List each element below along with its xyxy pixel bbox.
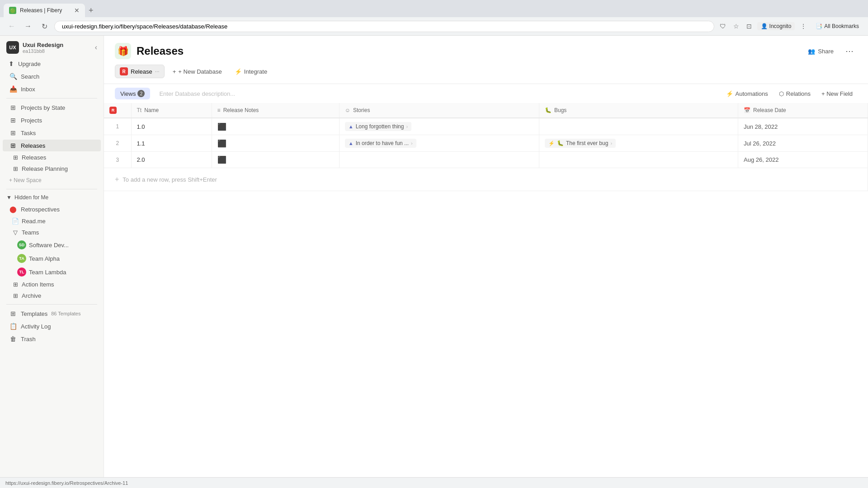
sidebar-item-team-lambda[interactable]: TL Team Lambda — [3, 266, 101, 278]
new-database-button[interactable]: + + New Database — [168, 66, 226, 77]
browser-controls: ← → ↻ 🛡 ☆ ⊡ 👤 Incognito ⋮ 📑 All Bookmark… — [0, 17, 868, 35]
profile-button[interactable]: 👤 Incognito — [757, 22, 795, 30]
software-dev-avatar: SD — [17, 240, 26, 249]
team-alpha-avatar: TA — [17, 254, 26, 263]
sidebar-item-action-items[interactable]: ⊞ Action Items — [3, 279, 101, 290]
cell-release-notes[interactable]: ⬛ — [212, 135, 339, 152]
workspace-text: Uxui Redesign ea131bb8 — [23, 42, 63, 54]
app: UX Uxui Redesign ea131bb8 ‹ ⬆ Upgrade 🔍 … — [0, 36, 868, 477]
active-tab[interactable]: 🟢 Releases | Fibery ✕ — [4, 4, 85, 17]
shield-icon[interactable]: 🛡 — [718, 21, 728, 32]
new-space-button[interactable]: + New Space — [3, 175, 101, 186]
close-tab-button[interactable]: ✕ — [74, 7, 80, 14]
bug-arrow-icon: › — [610, 141, 612, 146]
back-button[interactable]: ← — [5, 20, 18, 33]
release-tab[interactable]: R Release ··· — [115, 65, 165, 78]
action-items-icon: ⊞ — [12, 281, 19, 288]
templates-label: Templates — [21, 310, 47, 317]
col-header-release-notes[interactable]: ≡ Release Notes — [212, 103, 339, 118]
views-button[interactable]: Views 2 — [115, 88, 150, 99]
more-options-button[interactable]: ⋯ — [842, 44, 857, 58]
cell-release-notes[interactable]: ⬛ — [212, 152, 339, 168]
sidebar-item-teams[interactable]: ▽ Teams — [3, 227, 101, 238]
relations-button[interactable]: ⬡ Relations — [774, 88, 815, 99]
sidebar-item-releases-sub[interactable]: ⊞ Releases — [3, 152, 101, 163]
release-notes-icon: ⬛ — [217, 140, 226, 147]
relations-icon: ⬡ — [779, 90, 784, 97]
release-notes-icon: ⬛ — [217, 123, 226, 131]
url-input[interactable] — [62, 23, 707, 30]
db-actions: ⚡ Automations ⬡ Relations + New Field — [722, 88, 857, 99]
activity-log-nav-item[interactable]: 📋 Activity Log — [3, 320, 101, 332]
bug-pill[interactable]: ⚡ 🐛 The first ever bug › — [545, 139, 616, 148]
projects-state-label: Projects by State — [21, 104, 65, 111]
release-planning-label: Release Planning — [22, 165, 68, 172]
automations-button[interactable]: ⚡ Automations — [722, 88, 773, 99]
projects-label: Projects — [21, 117, 42, 124]
cell-row-num: 3 — [104, 152, 131, 168]
sidebar: UX Uxui Redesign ea131bb8 ‹ ⬆ Upgrade 🔍 … — [0, 36, 104, 477]
name-col-icon: Tt — [137, 107, 142, 113]
inbox-label: Inbox — [21, 86, 35, 93]
upgrade-button[interactable]: ⬆ Upgrade — [3, 58, 101, 70]
trash-nav-item[interactable]: 🗑 Trash — [3, 333, 101, 345]
grid-icon-5: ⊞ — [12, 154, 19, 161]
table-row: 32.0⬛Aug 26, 2022 — [104, 152, 868, 168]
stories-col-icon: ☺ — [345, 107, 350, 113]
search-nav-item[interactable]: 🔍 Search — [3, 70, 101, 82]
reload-button[interactable]: ↻ — [38, 20, 51, 33]
story-pill[interactable]: ▲ In order to have fun ... › — [345, 139, 416, 148]
table-container: R Tt Name ≡ Release Note — [104, 103, 868, 477]
cell-name[interactable]: 2.0 — [131, 152, 212, 168]
retrospectives-icon: ⬤ — [9, 206, 17, 213]
new-field-button[interactable]: + New Field — [817, 88, 857, 99]
sidebar-item-projects-state[interactable]: ⊞ Projects by State — [3, 102, 101, 113]
hidden-section-toggle[interactable]: ▼ Hidden for Me — [0, 192, 104, 203]
release-tab-more-icon: ··· — [155, 68, 160, 75]
col-header-stories[interactable]: ☺ Stories — [339, 103, 539, 118]
add-row-hint-cell[interactable]: + To add a new row, press Shift+Enter — [104, 168, 868, 191]
cell-release-notes[interactable]: ⬛ — [212, 118, 339, 135]
sidebar-item-retrospectives[interactable]: ⬤ Retrospectives — [3, 203, 101, 215]
db-description-field[interactable]: Enter Database description... — [154, 88, 717, 99]
bookmark-star-icon[interactable]: ☆ — [731, 21, 741, 32]
tab-favicon: 🟢 — [9, 7, 16, 14]
add-row-hint[interactable]: + To add a new row, press Shift+Enter — [104, 168, 868, 191]
sidebar-item-tasks[interactable]: ⊞ Tasks — [3, 127, 101, 139]
sidebar-item-archive[interactable]: ⊞ Archive — [3, 291, 101, 301]
cell-name[interactable]: 1.1 — [131, 135, 212, 152]
address-bar[interactable] — [54, 21, 714, 32]
sidebar-item-readme[interactable]: 📄 Read.me — [3, 216, 101, 226]
forward-button[interactable]: → — [22, 20, 34, 33]
db-description-placeholder: Enter Database description... — [159, 90, 235, 97]
col-header-bugs[interactable]: 🐛 Bugs — [539, 103, 738, 118]
grid-icon-6: ⊞ — [12, 165, 19, 172]
automations-icon: ⚡ — [726, 90, 733, 97]
cell-name[interactable]: 1.0 — [131, 118, 212, 135]
sidebar-header: UX Uxui Redesign ea131bb8 ‹ — [0, 36, 104, 57]
integrate-button[interactable]: ⚡ Integrate — [230, 66, 272, 77]
release-notes-col-icon: ≡ — [217, 107, 221, 113]
sidebar-item-team-alpha[interactable]: TA Team Alpha — [3, 252, 101, 265]
tab-search-icon[interactable]: ⊡ — [745, 21, 754, 32]
release-notes-icon: ⬛ — [217, 156, 226, 164]
retrospectives-label: Retrospectives — [21, 206, 60, 213]
add-row-area[interactable]: + To add a new row, press Shift+Enter — [109, 172, 862, 187]
extensions-icon[interactable]: ⋮ — [798, 21, 808, 32]
templates-nav-item[interactable]: ⊞ Templates 86 Templates — [3, 308, 101, 319]
release-date-col-label: Release Date — [753, 107, 786, 113]
col-header-name[interactable]: Tt Name — [131, 103, 212, 118]
sidebar-item-releases[interactable]: ⊞ Releases — [3, 140, 101, 151]
collapse-sidebar-button[interactable]: ‹ — [95, 43, 97, 52]
new-tab-button[interactable]: + — [85, 4, 97, 17]
share-button[interactable]: 👥 Share — [803, 46, 838, 57]
sidebar-divider-2 — [6, 189, 97, 189]
story-pill[interactable]: ▲ Long forgotten thing › — [345, 122, 411, 131]
profile-icon: 👤 — [761, 23, 768, 29]
sidebar-item-release-planning[interactable]: ⊞ Release Planning — [3, 164, 101, 174]
col-header-release-date[interactable]: 📅 Release Date — [738, 103, 868, 118]
sidebar-item-projects[interactable]: ⊞ Projects — [3, 114, 101, 126]
sidebar-item-software-dev[interactable]: SD Software Dev... — [3, 239, 101, 251]
cell-row-num: 1 — [104, 118, 131, 135]
inbox-nav-item[interactable]: 📥 Inbox — [3, 83, 101, 95]
